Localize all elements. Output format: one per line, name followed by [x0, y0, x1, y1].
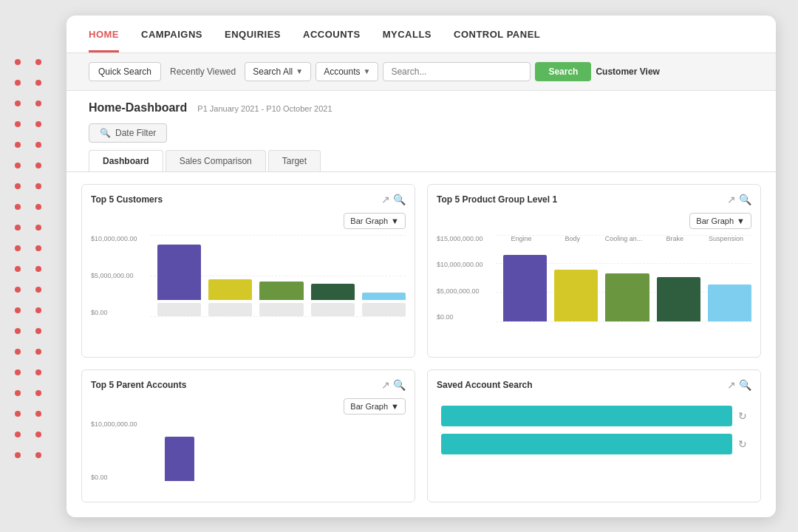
dot-11: [35, 163, 41, 168]
saved-bar-row-0: ↻: [441, 406, 747, 426]
dot-29: [35, 349, 41, 355]
tab-target[interactable]: Target: [268, 150, 321, 171]
dot-19: [35, 245, 41, 251]
bars-customers: [150, 235, 406, 331]
bar-prod-2: [605, 273, 649, 321]
nav-campaigns[interactable]: CAMPAIGNS: [141, 29, 202, 52]
accounts-dropdown[interactable]: Accounts ▼: [316, 62, 378, 81]
y-label-bot-product: $0.00: [437, 313, 483, 321]
y-label-top-product: $15,000,000.00: [437, 235, 483, 242]
dot-10: [15, 163, 21, 168]
search-button[interactable]: Search: [535, 62, 591, 81]
dot-32: [15, 390, 21, 396]
quick-search-button[interactable]: Quick Search: [89, 62, 161, 81]
refresh-icon-0[interactable]: ↻: [738, 410, 747, 422]
bar-prod-col-0: [503, 255, 547, 321]
chart-header-parent: Top 5 Parent Accounts ↗ 🔍: [91, 379, 406, 391]
y-label-3-product: $5,000,000.00: [437, 287, 483, 295]
nav-accounts[interactable]: ACCOUNTS: [303, 29, 361, 52]
bar-label-3: [311, 303, 355, 316]
nav-control-panel[interactable]: CONTROL PANEL: [454, 29, 540, 52]
bar-label-0: [157, 303, 201, 316]
bar-prod-3: [657, 277, 700, 321]
chart-type-arrow-product: ▼: [737, 216, 745, 225]
search-icon: 🔍: [100, 128, 111, 138]
bar-0: [157, 245, 201, 300]
dot-0: [15, 59, 21, 65]
dot-20: [15, 266, 21, 272]
chart-type-dropdown-parent[interactable]: Bar Graph ▼: [344, 398, 406, 415]
dot-background: [0, 0, 66, 532]
dot-18: [15, 245, 21, 251]
y-label-mid-customers: $5,000,000.00: [91, 272, 137, 279]
bar-1: [208, 279, 252, 300]
chart-icon-zoom-saved[interactable]: 🔍: [739, 379, 751, 391]
dot-14: [15, 204, 21, 210]
chart-icon-arrow-saved[interactable]: ↗: [727, 379, 736, 391]
bar-prod-col-4: [708, 284, 751, 321]
chart-type-customers: Bar Graph ▼: [91, 213, 406, 229]
date-filter-label: Date Filter: [115, 128, 156, 138]
bar-col-1: [208, 279, 252, 316]
chart-header-customers: Top 5 Customers ↗ 🔍: [91, 194, 406, 205]
nav-home[interactable]: HOME: [89, 29, 119, 52]
chart-type-label-customers: Bar Graph: [350, 216, 388, 225]
bar-col-0: [157, 245, 201, 316]
top-nav: HOME CAMPAIGNS ENQUIRIES ACCOUNTS MYCALL…: [66, 16, 776, 53]
search-bar: Quick Search Recently Viewed Search All …: [66, 53, 776, 91]
search-all-dropdown[interactable]: Search All ▼: [245, 62, 311, 81]
chart-type-parent: Bar Graph ▼: [91, 398, 406, 415]
y-label-bot-customers: $0.00: [91, 309, 137, 316]
chart-icon-arrow-product[interactable]: ↗: [727, 194, 736, 205]
bar-col-2: [259, 282, 303, 316]
dot-15: [35, 204, 41, 210]
dot-31: [35, 369, 41, 375]
tab-dashboard[interactable]: Dashboard: [89, 150, 163, 171]
chart-type-label-product: Bar Graph: [696, 216, 734, 225]
dashboard-title: Home-Dashboard: [89, 101, 187, 115]
bar-chart-customers: $10,000,000.00 $5,000,000.00 $0.00: [91, 235, 406, 331]
chart-icons-customers: ↗ 🔍: [381, 194, 406, 205]
dot-38: [15, 452, 21, 458]
customer-view-button[interactable]: Customer View: [596, 66, 659, 77]
bar-label-4: [362, 303, 406, 316]
chart-icons-saved: ↗ 🔍: [727, 379, 751, 391]
chart-icon-zoom-customers[interactable]: 🔍: [393, 194, 406, 205]
chart-icon-zoom-product[interactable]: 🔍: [739, 194, 751, 205]
recently-viewed-button[interactable]: Recently Viewed: [166, 63, 240, 81]
chart-type-dropdown-product[interactable]: Bar Graph ▼: [689, 213, 751, 229]
search-input[interactable]: [391, 66, 522, 77]
date-filter-row: 🔍 Date Filter: [66, 120, 776, 150]
chart-header-product: Top 5 Product Group Level 1 ↗ 🔍: [437, 194, 751, 205]
chart-icon-arrow-parent[interactable]: ↗: [381, 379, 390, 391]
accounts-label: Accounts: [324, 66, 360, 77]
dot-37: [35, 432, 41, 437]
chart-title-product: Top 5 Product Group Level 1: [437, 194, 557, 205]
date-filter-button[interactable]: 🔍 Date Filter: [89, 123, 167, 143]
tab-sales-comparison[interactable]: Sales Comparison: [166, 150, 266, 171]
dot-27: [35, 328, 41, 334]
dot-12: [15, 183, 21, 189]
chart-top-parent: Top 5 Parent Accounts ↗ 🔍 Bar Graph ▼ $1…: [81, 369, 415, 502]
dot-13: [35, 183, 41, 189]
dot-9: [35, 142, 41, 148]
chart-type-dropdown-customers[interactable]: Bar Graph ▼: [344, 213, 406, 229]
nav-mycalls[interactable]: MYCALLS: [383, 29, 432, 52]
chart-icon-arrow-customers[interactable]: ↗: [381, 194, 390, 205]
nav-enquiries[interactable]: ENQUIRIES: [225, 29, 281, 52]
refresh-icon-1[interactable]: ↻: [738, 438, 747, 450]
dot-23: [35, 287, 41, 293]
bar-parent-col-0: [157, 437, 201, 481]
dot-26: [15, 328, 21, 334]
bar-prod-4: [708, 284, 751, 321]
bar-parent-0: [165, 437, 194, 481]
dot-16: [15, 225, 21, 231]
dot-33: [35, 390, 41, 396]
y-label-2-product: $10,000,000.00: [437, 261, 483, 268]
chart-icon-zoom-parent[interactable]: 🔍: [393, 379, 406, 391]
chart-title-customers: Top 5 Customers: [91, 194, 163, 205]
chart-type-arrow-parent: ▼: [391, 402, 399, 411]
bar-prod-col-2: [605, 273, 649, 321]
chart-top-product: Top 5 Product Group Level 1 ↗ 🔍 Bar Grap…: [427, 184, 761, 358]
dot-35: [35, 411, 41, 417]
